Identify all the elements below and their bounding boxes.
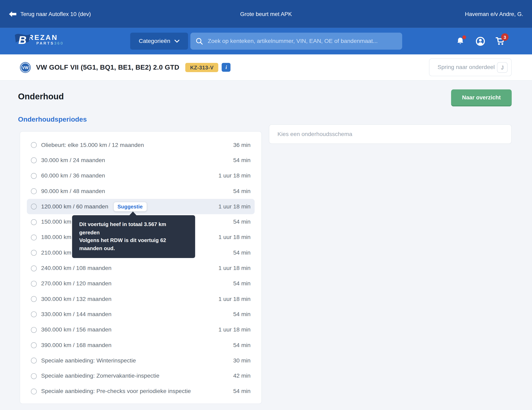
- main-navbar: B REZAN PARTS360 Categorieën: [0, 28, 532, 54]
- period-duration: 1 uur 18 min: [218, 203, 250, 210]
- period-label: 240.000 km / 108 maanden: [41, 265, 112, 272]
- vehicle-bar: VW VW GOLF VII (5G1, BQ1, BE1, BE2) 2.0 …: [0, 54, 532, 81]
- period-row[interactable]: 90.000 km / 48 maanden 54 min: [27, 183, 255, 199]
- top-context-bar: Terug naar Autoflex 10 (dev) Grote beurt…: [0, 0, 532, 28]
- screen: Terug naar Autoflex 10 (dev) Grote beurt…: [0, 0, 532, 410]
- period-list: Oliebeurt: elke 15.000 km / 12 maanden 3…: [27, 137, 255, 399]
- radio-button[interactable]: [31, 173, 37, 179]
- categories-label: Categorieën: [139, 38, 170, 45]
- period-row[interactable]: 30.000 km / 24 maanden 54 min: [27, 153, 255, 168]
- period-row[interactable]: 360.000 km / 156 maanden 1 uur 18 min: [27, 322, 255, 338]
- radio-button[interactable]: [31, 327, 37, 333]
- period-row[interactable]: 390.000 km / 168 maanden 54 min: [27, 338, 255, 353]
- tooltip-line-2: Volgens het RDW is dit voertuig 62 maand…: [79, 236, 188, 252]
- order-title: Grote beurt met APK: [240, 11, 292, 17]
- suggestion-tooltip: Dit voertuig heef in totaal 3.567 km ger…: [72, 215, 195, 258]
- radio-button[interactable]: [31, 142, 37, 148]
- logo-brand-text: REZAN: [28, 34, 58, 41]
- period-label: Speciale aanbieding: Zomervakantie-inspe…: [41, 372, 159, 380]
- search-input[interactable]: [207, 38, 397, 45]
- period-duration: 42 min: [233, 372, 250, 380]
- app: Terug naar Autoflex 10 (dev) Grote beurt…: [0, 0, 532, 410]
- vehicle-title: VW GOLF VII (5G1, BQ1, BE1, BE2) 2.0 GTD: [36, 63, 179, 71]
- period-label: 60.000 km / 36 maanden: [41, 172, 105, 179]
- radio-button[interactable]: [31, 219, 37, 225]
- period-label: Oliebeurt: elke 15.000 km / 12 maanden: [41, 142, 144, 149]
- period-label: 330.000 km / 144 maanden: [41, 311, 112, 318]
- search-bar[interactable]: [190, 33, 402, 50]
- period-duration: 36 min: [233, 142, 250, 149]
- period-row[interactable]: 120.000 km / 60 maanden Suggestie 1 uur …: [27, 199, 255, 214]
- radio-button[interactable]: [31, 158, 37, 163]
- period-duration: 30 min: [233, 357, 250, 364]
- period-duration: 1 uur 18 min: [218, 326, 250, 333]
- period-label: 90.000 km / 48 maanden: [41, 188, 105, 195]
- radio-button[interactable]: [31, 281, 37, 286]
- radio-button[interactable]: [31, 250, 37, 256]
- period-duration: 54 min: [233, 311, 250, 318]
- navbar-icons: 3: [456, 28, 505, 54]
- radio-button[interactable]: [31, 235, 37, 240]
- logo-flag-icon: B: [14, 32, 31, 47]
- radio-button[interactable]: [31, 312, 37, 317]
- vw-logo-icon: VW: [19, 61, 31, 73]
- period-label: Speciale aanbieding: Winterinspectie: [41, 357, 136, 364]
- period-row[interactable]: Oliebeurt: elke 15.000 km / 12 maanden 3…: [27, 137, 255, 153]
- user-icon: [475, 36, 485, 46]
- period-label: 120.000 km / 60 maanden: [41, 203, 108, 210]
- radio-button[interactable]: [31, 358, 37, 364]
- radio-button[interactable]: [31, 389, 37, 394]
- radio-button[interactable]: [31, 188, 37, 194]
- schema-select[interactable]: Kies een onderhoudsschema: [269, 124, 512, 144]
- period-row[interactable]: Speciale aanbieding: Winterinspectie 30 …: [27, 353, 255, 368]
- period-label: 360.000 km / 156 maanden: [41, 326, 112, 333]
- period-row[interactable]: 270.000 km / 120 maanden 54 min: [27, 276, 255, 291]
- period-row[interactable]: Speciale aanbieding: Pre-checks voor per…: [27, 384, 255, 399]
- page-header: Onderhoud Naar overzicht: [18, 89, 512, 105]
- back-label: Terug naar Autoflex 10 (dev): [20, 11, 91, 17]
- period-duration: 54 min: [233, 219, 250, 225]
- period-row[interactable]: 240.000 km / 108 maanden 1 uur 18 min: [27, 261, 255, 276]
- section-title: Onderhoudsperiodes: [18, 115, 87, 124]
- search-icon: [196, 38, 203, 45]
- suggestion-badge[interactable]: Suggestie: [113, 202, 147, 211]
- radio-button[interactable]: [31, 204, 37, 210]
- maintenance-periods-card: Oliebeurt: elke 15.000 km / 12 maanden 3…: [20, 131, 262, 404]
- period-duration: 54 min: [233, 342, 250, 349]
- jump-to-part-button[interactable]: Spring naar onderdeel J: [429, 58, 512, 76]
- categories-button[interactable]: Categorieën: [130, 33, 188, 50]
- logo-subtitle: PARTS360: [37, 41, 64, 46]
- page-title: Onderhoud: [18, 91, 64, 101]
- period-duration: 1 uur 18 min: [218, 265, 250, 272]
- radio-button[interactable]: [31, 265, 37, 271]
- period-label: Speciale aanbieding: Pre-checks voor per…: [41, 388, 191, 395]
- svg-text:VW: VW: [22, 65, 28, 70]
- back-link[interactable]: Terug naar Autoflex 10 (dev): [9, 11, 91, 17]
- period-row[interactable]: 300.000 km / 132 maanden 1 uur 18 min: [27, 291, 255, 307]
- period-label: 30.000 km / 24 maanden: [41, 157, 105, 164]
- vehicle-info-button[interactable]: i: [222, 63, 231, 72]
- account-button[interactable]: [475, 37, 485, 46]
- license-plate-badge: KZ-313-V: [185, 63, 218, 72]
- tooltip-arrow: [129, 211, 137, 216]
- radio-button[interactable]: [31, 373, 37, 379]
- radio-button[interactable]: [31, 343, 37, 348]
- radio-button[interactable]: [31, 296, 37, 302]
- brezan-logo[interactable]: B REZAN PARTS360: [14, 32, 64, 47]
- period-label: 270.000 km / 120 maanden: [41, 280, 112, 287]
- schema-select-placeholder: Kies een onderhoudsschema: [277, 131, 352, 138]
- cart-count-badge: 3: [501, 33, 509, 41]
- chevron-down-icon: [174, 40, 180, 43]
- period-row[interactable]: 60.000 km / 36 maanden 1 uur 18 min: [27, 168, 255, 183]
- notifications-button[interactable]: [456, 37, 465, 46]
- period-row[interactable]: Speciale aanbieding: Zomervakantie-inspe…: [27, 368, 255, 384]
- logo-text: REZAN PARTS360: [28, 34, 64, 46]
- period-duration: 1 uur 18 min: [218, 296, 250, 303]
- cart-button[interactable]: 3: [495, 37, 505, 46]
- period-duration: 54 min: [233, 280, 250, 287]
- period-duration: 1 uur 18 min: [218, 172, 250, 179]
- logo-b: B: [19, 34, 27, 46]
- main-content: Onderhoud Naar overzicht Onderhoudsperio…: [0, 81, 532, 410]
- to-overview-button[interactable]: Naar overzicht: [451, 89, 512, 105]
- period-row[interactable]: 330.000 km / 144 maanden 54 min: [27, 307, 255, 322]
